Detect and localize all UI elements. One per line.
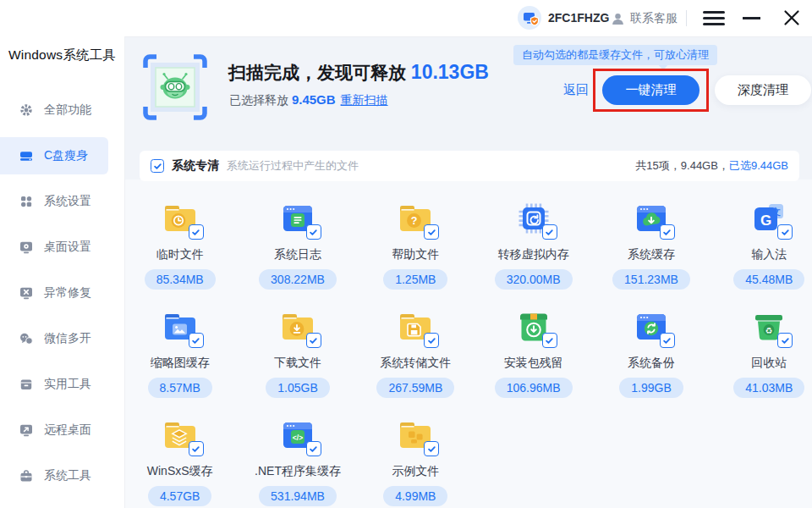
item-checkbox[interactable] — [660, 224, 675, 240]
cleanup-item[interactable]: 临时文件85.34MB — [121, 187, 239, 295]
svg-text:</>: </> — [293, 433, 303, 442]
item-icon-wrap — [159, 306, 201, 348]
briefcase-icon — [19, 469, 33, 483]
item-checkbox[interactable] — [306, 333, 321, 348]
cleanup-item[interactable]: 下载文件1.05GB — [239, 295, 356, 404]
back-button[interactable]: 返回 — [563, 82, 589, 98]
sidebar-item-5[interactable]: 微信多开 — [0, 320, 124, 357]
close-button[interactable] — [782, 8, 801, 27]
item-name: 系统日志 — [274, 247, 321, 262]
item-icon-wrap — [630, 306, 672, 348]
cleanup-item[interactable]: 系统日志308.22MB — [239, 187, 356, 295]
contact-support-label: 联系客服 — [630, 11, 678, 26]
titlebar-separator — [686, 10, 687, 26]
item-checkbox[interactable] — [542, 333, 557, 348]
item-checkbox[interactable] — [777, 224, 793, 240]
cleanup-item[interactable]: 转移虚拟内存320.00MB — [475, 187, 592, 295]
item-icon-wrap: ? — [394, 197, 436, 240]
sidebar-item-3[interactable]: 桌面设置 — [0, 229, 124, 266]
item-checkbox[interactable] — [424, 224, 439, 240]
item-checkbox[interactable] — [306, 441, 321, 456]
titlebar: 2FC1FHZG 联系客服 — [0, 0, 812, 36]
sidebar-item-0[interactable]: 全部功能 — [0, 91, 124, 129]
item-name: 系统备份 — [628, 356, 675, 371]
cleanup-item[interactable]: </>.NET程序集缓存531.94MB — [239, 404, 356, 508]
rescan-link[interactable]: 重新扫描 — [341, 93, 388, 107]
item-size-badge: 320.00MB — [495, 269, 573, 290]
cleanup-item[interactable]: 系统备份1.99GB — [592, 295, 710, 404]
item-icon-wrap — [394, 414, 436, 456]
app-title: Windows系统工具 — [0, 47, 124, 64]
item-icon-wrap: 文G — [748, 197, 790, 240]
item-checkbox[interactable] — [660, 333, 675, 348]
cleanup-item[interactable]: 安装包残留106.96MB — [475, 295, 592, 404]
cleanup-item[interactable]: ?帮助文件1.25MB — [357, 187, 475, 295]
sidebar-item-7[interactable]: 远程桌面 — [0, 411, 124, 449]
cleanup-item[interactable]: 示例文件4.99MB — [357, 404, 475, 508]
sidebar: Windows系统工具 全部功能C盘瘦身系统设置桌面设置异常修复微信多开实用工具… — [0, 0, 125, 508]
item-name: 系统缓存 — [628, 247, 675, 262]
tooltip-arrow — [658, 64, 668, 70]
item-size-badge: 85.34MB — [145, 269, 216, 290]
sidebar-item-label: 微信多开 — [44, 331, 91, 346]
item-checkbox[interactable] — [777, 333, 793, 348]
scan-result-title: 扫描完成，发现可释放 10.13GB — [228, 61, 489, 85]
item-checkbox[interactable] — [189, 441, 204, 456]
user-account[interactable]: 2FC1FHZG — [518, 6, 609, 30]
item-checkbox[interactable] — [542, 224, 557, 240]
item-icon-wrap: </> — [277, 414, 319, 456]
item-name: 回收站 — [751, 356, 787, 371]
sidebar-item-1[interactable]: C盘瘦身 — [0, 137, 108, 174]
cleanup-item[interactable]: 系统缓存151.23MB — [592, 187, 710, 295]
item-name: WinSxS缓存 — [147, 464, 213, 479]
item-icon-wrap — [159, 414, 201, 456]
sidebar-nav: 全部功能C盘瘦身系统设置桌面设置异常修复微信多开实用工具远程桌面系统工具 — [0, 91, 124, 494]
cleanup-item[interactable]: 文G输入法45.48MB — [710, 187, 812, 295]
wechat-icon — [19, 332, 33, 345]
svg-text:G: G — [760, 213, 771, 229]
minimize-button[interactable] — [743, 17, 760, 19]
item-size-badge: 151.23MB — [612, 269, 690, 290]
found-size-value: 10.13GB — [411, 61, 489, 83]
item-size-badge: 1.25MB — [383, 269, 447, 290]
scan-selected-line: 已选择释放 9.45GB重新扫描 — [229, 92, 388, 108]
item-name: .NET程序集缓存 — [255, 464, 341, 479]
cleanup-item[interactable]: 缩略图缓存8.57MB — [121, 295, 239, 404]
item-size-badge: 4.57GB — [148, 486, 211, 506]
cleanup-item[interactable]: ♻回收站41.03MB — [710, 295, 812, 404]
item-icon-wrap: ♻ — [748, 306, 790, 348]
item-icon-wrap — [159, 197, 201, 240]
main-panel: 扫描完成，发现可释放 10.13GB 已选择释放 9.45GB重新扫描 自动勾选… — [125, 36, 812, 508]
item-icon-wrap — [277, 197, 319, 240]
deep-clean-button[interactable]: 深度清理 — [715, 75, 811, 105]
sidebar-item-label: C盘瘦身 — [44, 148, 88, 163]
selected-size-value: 9.45GB — [292, 92, 336, 107]
item-checkbox[interactable] — [189, 224, 204, 240]
one-click-clean-button[interactable]: 一键清理 — [602, 75, 700, 105]
item-checkbox[interactable] — [189, 333, 204, 348]
item-icon-wrap — [394, 306, 436, 348]
svg-text:♻: ♻ — [765, 326, 773, 335]
grid-icon — [19, 195, 33, 208]
menu-icon[interactable] — [703, 11, 725, 25]
sidebar-item-6[interactable]: 实用工具 — [0, 366, 124, 403]
item-checkbox[interactable] — [424, 441, 439, 456]
desktop-arrow-icon — [19, 423, 33, 437]
item-size-badge: 4.99MB — [383, 486, 447, 506]
item-size-badge: 1.99GB — [619, 378, 683, 398]
cleanup-item[interactable]: 系统转储文件267.59MB — [357, 295, 475, 404]
item-checkbox[interactable] — [306, 224, 321, 240]
item-name: 临时文件 — [156, 247, 204, 262]
cleanup-item[interactable]: WinSxS缓存4.57GB — [121, 404, 239, 508]
person-icon — [611, 12, 625, 26]
section-checkbox[interactable] — [151, 159, 164, 173]
sidebar-item-4[interactable]: 异常修复 — [0, 274, 124, 312]
section-header: 系统专清 系统运行过程中产生的文件 共15项，9.44GB，已选9.44GB — [140, 151, 799, 181]
item-name: 下载文件 — [274, 356, 321, 371]
item-size-badge: 531.94MB — [259, 486, 337, 506]
contact-support-button[interactable]: 联系客服 — [611, 11, 678, 26]
sidebar-item-8[interactable]: 系统工具 — [0, 457, 124, 494]
section-summary: 共15项，9.44GB，已选9.44GB — [635, 158, 788, 174]
item-checkbox[interactable] — [424, 333, 439, 348]
sidebar-item-2[interactable]: 系统设置 — [0, 183, 124, 220]
